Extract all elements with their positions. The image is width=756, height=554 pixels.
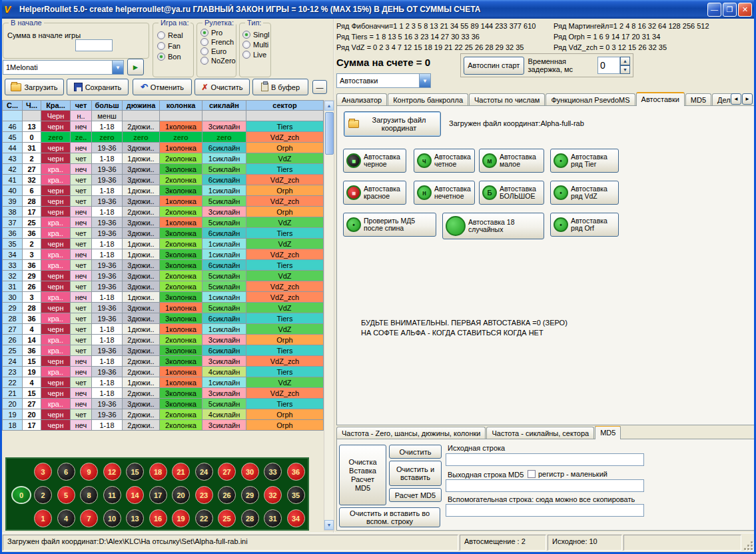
board-number[interactable]: 10	[103, 509, 121, 527]
md5-big-button[interactable]: Очистка Вставка Расчет MD5	[339, 445, 386, 505]
load-button[interactable]: Загрузить	[5, 79, 64, 95]
radio-live[interactable]: Live	[242, 51, 268, 59]
chevron-down-icon[interactable]: ▼	[419, 74, 430, 87]
board-number[interactable]: 28	[241, 509, 259, 527]
delay-spinner[interactable]: 0 ▲ ▼	[597, 57, 630, 74]
board-number[interactable]: 3	[34, 463, 52, 481]
delay-value[interactable]: 0	[597, 57, 620, 74]
autobet-button-6[interactable]: БАвтоставка БОЛЬШОЕ	[479, 181, 544, 205]
board-number[interactable]: 36	[287, 463, 305, 481]
load-coords-button[interactable]: Загрузить файл координат	[344, 111, 441, 137]
tab-4[interactable]: Автоставки	[636, 92, 685, 106]
board-number[interactable]: 31	[264, 509, 282, 527]
board-number[interactable]: 30	[241, 463, 259, 481]
autobet-button-9[interactable]: Автоставка 18 случайных	[442, 213, 544, 239]
close-button[interactable]: ✕	[738, 3, 752, 17]
autobets-combo[interactable]: Автоставки ▼	[336, 73, 431, 88]
table-scrollbar[interactable]: ▲ ▼	[324, 100, 334, 531]
board-number[interactable]: 20	[172, 486, 190, 504]
autobet-button-3[interactable]: •Автоставка ряд Tier	[550, 149, 619, 173]
md5-clear-helper-button[interactable]: Очистить и вставить во вспом. строку	[339, 507, 440, 527]
board-number[interactable]: 12	[103, 463, 121, 481]
radio-euro[interactable]: Euro	[200, 47, 232, 55]
start-sum-input[interactable]	[75, 39, 113, 51]
board-number[interactable]: 11	[103, 486, 121, 504]
autobet-button-4[interactable]: ■Автоставка красное	[343, 181, 406, 205]
radio-real[interactable]: Real	[157, 31, 189, 39]
autobet-button-2[interactable]: мАвтоставка малое	[479, 149, 544, 173]
scroll-down-icon[interactable]: ▼	[324, 520, 334, 530]
minimize-button[interactable]: —	[707, 3, 721, 17]
clear-button[interactable]: ✗Очистить	[194, 79, 250, 95]
maximize-button[interactable]: ❐	[723, 3, 737, 17]
board-number[interactable]: 14	[126, 486, 144, 504]
save-button[interactable]: Сохранить	[67, 79, 129, 95]
resize-grip[interactable]	[743, 535, 753, 551]
board-number[interactable]: 13	[126, 509, 144, 527]
md5-clear-paste-button[interactable]: Очистить и вставить	[389, 461, 442, 486]
board-number[interactable]: 26	[218, 486, 236, 504]
board-number[interactable]: 34	[287, 509, 305, 527]
strategy-combo[interactable]: 1Melonati ▼	[3, 60, 124, 75]
tab-3[interactable]: Функционал PsevdoMS	[546, 93, 635, 106]
buffer-button[interactable]: В буфер	[252, 79, 308, 95]
minus-button[interactable]: —	[312, 80, 327, 94]
freq-tab-1[interactable]: Частота - сиклайны, сектора	[486, 427, 594, 439]
board-number[interactable]: 5	[57, 486, 75, 504]
register-checkbox[interactable]	[528, 470, 536, 478]
md5-source-input[interactable]	[446, 453, 644, 466]
board-number[interactable]: 1	[34, 509, 52, 527]
board-number[interactable]: 25	[218, 509, 236, 527]
board-number[interactable]: 24	[195, 463, 213, 481]
board-number[interactable]: 17	[149, 486, 167, 504]
radio-singl[interactable]: Singl	[242, 31, 268, 39]
radio-pro[interactable]: Pro	[200, 29, 232, 37]
board-number[interactable]: 29	[241, 486, 259, 504]
tab-5[interactable]: MD5	[685, 93, 711, 106]
board-number[interactable]: 4	[57, 509, 75, 527]
tab-1[interactable]: Контроль банкролла	[388, 93, 468, 106]
autobet-button-5[interactable]: нАвтоставка нечетное	[414, 181, 475, 205]
tab-2[interactable]: Частоты по числам	[469, 93, 545, 106]
autobet-button-8[interactable]: •Проверить МД5 после спина	[343, 213, 436, 237]
chevron-down-icon[interactable]: ▼	[112, 61, 123, 74]
board-number[interactable]: 9	[80, 463, 98, 481]
autobet-button-0[interactable]: ■Автоставка черное	[343, 149, 406, 173]
autobet-button-1[interactable]: чАвтоставка четное	[414, 149, 475, 173]
spinner-down-icon[interactable]: ▼	[620, 65, 630, 74]
md5-output-input[interactable]	[446, 479, 644, 492]
md5-helper-input[interactable]	[446, 504, 644, 517]
board-number[interactable]: 6	[57, 463, 75, 481]
radio-nozero[interactable]: NoZero	[200, 57, 232, 65]
board-number[interactable]: 27	[218, 463, 236, 481]
autobet-button-10[interactable]: •Автоставка ряд Orf	[550, 213, 619, 237]
freq-tab-2[interactable]: MD5	[595, 426, 621, 439]
board-number[interactable]: 23	[195, 486, 213, 504]
tab-scroll-right-icon[interactable]: ►	[742, 93, 753, 105]
board-number[interactable]: 22	[195, 509, 213, 527]
tab-scroll-left-icon[interactable]: ◄	[731, 93, 741, 105]
board-number[interactable]: 21	[172, 463, 190, 481]
play-button[interactable]: ►	[127, 59, 144, 75]
undo-button[interactable]: ↶Отменить	[133, 79, 192, 95]
autospin-start-button[interactable]: Автоспин старт	[464, 57, 524, 75]
board-number[interactable]: 33	[264, 463, 282, 481]
scroll-up-icon[interactable]: ▲	[324, 101, 334, 111]
tab-0[interactable]: Анализатор	[336, 93, 387, 106]
board-number[interactable]: 7	[80, 509, 98, 527]
radio-bon[interactable]: Bon	[157, 53, 189, 61]
radio-french[interactable]: French	[200, 38, 232, 46]
radio-fan[interactable]: Fan	[157, 42, 189, 50]
spinner-up-icon[interactable]: ▲	[620, 57, 630, 65]
autobet-button-7[interactable]: •Автоставка ряд VdZ	[550, 181, 619, 205]
scrollbar-thumb[interactable]	[325, 112, 334, 155]
radio-multi[interactable]: Multi	[242, 41, 268, 49]
board-number[interactable]: 15	[126, 463, 144, 481]
board-number[interactable]: 19	[172, 509, 190, 527]
md5-calc-button[interactable]: Расчет MD5	[389, 488, 442, 502]
md5-clear-button[interactable]: Очистить	[389, 445, 442, 459]
board-number[interactable]: 16	[149, 509, 167, 527]
board-number[interactable]: 18	[149, 463, 167, 481]
board-number[interactable]: 32	[264, 486, 282, 504]
board-number[interactable]: 35	[287, 486, 305, 504]
